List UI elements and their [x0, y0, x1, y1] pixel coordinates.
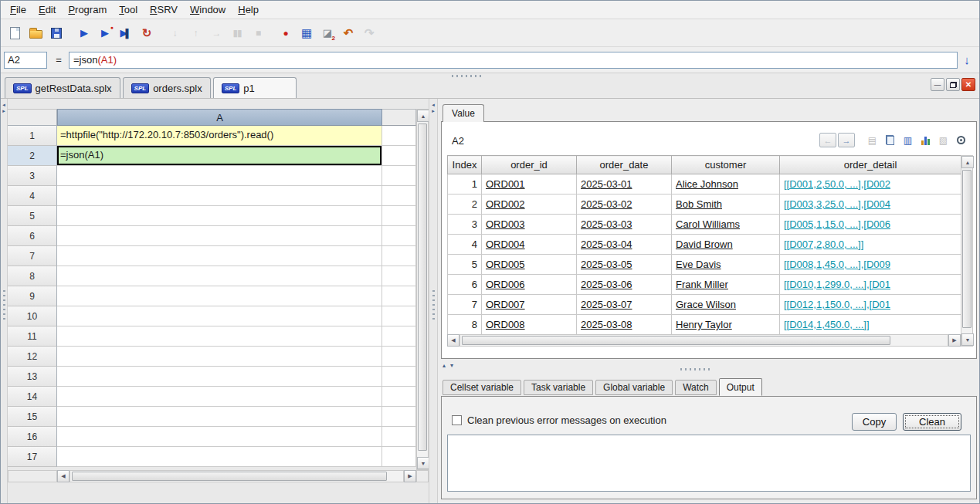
grid-cell-extra[interactable]	[382, 427, 416, 447]
grid-cell-extra[interactable]	[382, 347, 416, 367]
calculate-area-button[interactable]: ▦	[297, 23, 317, 43]
tab-watch[interactable]: Watch	[675, 380, 717, 395]
menu-file[interactable]: File	[4, 2, 32, 18]
panel-splitter[interactable]: ◂ ▸	[429, 99, 438, 504]
new-file-button[interactable]	[5, 23, 25, 43]
row-header[interactable]: 3	[8, 166, 57, 186]
order-date-cell[interactable]: 2025-03-07	[577, 295, 672, 315]
tab-orders-splx[interactable]: SPL orders.splx	[123, 77, 211, 98]
scrollbar-track[interactable]	[417, 122, 428, 457]
scroll-down-button[interactable]: ▼	[417, 457, 429, 469]
collapse-down-icon[interactable]: ▾	[450, 363, 453, 369]
splitter-handle[interactable]	[432, 290, 435, 323]
grid-cell[interactable]	[57, 326, 382, 347]
menu-edit[interactable]: Edit	[32, 2, 62, 18]
order-date-cell[interactable]: 2025-03-06	[577, 275, 672, 295]
scrollbar-track[interactable]	[961, 168, 972, 333]
scroll-down-button[interactable]: ▼	[961, 333, 974, 346]
row-header[interactable]: 6	[8, 226, 57, 246]
grid-cell[interactable]	[57, 367, 382, 387]
scrollbar-track[interactable]	[459, 334, 948, 347]
order-date-cell[interactable]: 2025-03-04	[577, 235, 672, 255]
grid-cell-extra[interactable]	[382, 387, 416, 407]
splitter-handle[interactable]	[452, 75, 481, 77]
grid-cell[interactable]: =json(A1)	[57, 146, 382, 166]
clean-previous-checkbox[interactable]	[452, 415, 462, 425]
scroll-left-button[interactable]: ◀	[57, 470, 70, 482]
step-run-button[interactable]: ▶▌	[116, 23, 136, 43]
tab-global-variable[interactable]: Global variable	[595, 380, 673, 395]
grid-cell-extra[interactable]	[382, 286, 416, 306]
order-id-cell[interactable]: ORD001	[482, 174, 577, 194]
scroll-right-button[interactable]: ▶	[948, 334, 961, 347]
grid-cell[interactable]	[57, 447, 382, 467]
row-header[interactable]: 5	[8, 206, 57, 226]
col-header-order-detail[interactable]: order_detail	[780, 156, 961, 174]
scroll-up-button[interactable]: ▲	[417, 110, 429, 122]
undo-button[interactable]: ↶	[338, 23, 358, 43]
grid-cell-extra[interactable]	[382, 126, 416, 146]
order-date-cell[interactable]: 2025-03-02	[577, 194, 672, 215]
col-header-customer[interactable]: customer	[672, 156, 780, 174]
run-to-cursor-button[interactable]: →	[206, 23, 226, 43]
forward-button[interactable]: →	[838, 133, 855, 147]
customer-cell[interactable]: Alice Johnson	[672, 174, 780, 194]
grid-cell[interactable]	[57, 206, 382, 226]
collapse-left-icon[interactable]: ◂	[1, 102, 7, 108]
bottom-splitter-arrows[interactable]: ▴ ▾	[443, 363, 453, 369]
scroll-right-button[interactable]: ▶	[404, 470, 416, 482]
debug-run-button[interactable]: ▶●	[95, 23, 115, 43]
grid-cell-extra[interactable]	[382, 226, 416, 246]
order-id-cell[interactable]: ORD007	[482, 295, 577, 315]
grid-view-button[interactable]: ▥	[900, 133, 916, 147]
grid-cell-extra[interactable]	[382, 246, 416, 266]
left-pane-splitter[interactable]: ◂ ▸	[1, 99, 8, 504]
grid-cell[interactable]	[57, 186, 382, 206]
row-header[interactable]: 2	[8, 146, 57, 166]
pause-button[interactable]: ▮▮	[227, 23, 247, 43]
customer-cell[interactable]: Grace Wilson	[672, 295, 780, 315]
order-date-cell[interactable]: 2025-03-08	[577, 315, 672, 335]
recalculate-button[interactable]: ↻	[137, 23, 157, 43]
minimize-button[interactable]: —	[931, 78, 944, 91]
row-header[interactable]: 10	[8, 306, 57, 326]
copy-button[interactable]: Copy	[852, 413, 897, 431]
order-date-cell[interactable]: 2025-03-01	[577, 174, 672, 194]
back-button[interactable]: ←	[819, 133, 836, 147]
grid-cell[interactable]	[57, 266, 382, 286]
scrollbar-track[interactable]	[70, 470, 404, 482]
clean-button[interactable]: Clean	[903, 413, 961, 431]
scroll-up-button[interactable]: ▲	[961, 156, 974, 168]
grid-cell[interactable]	[57, 166, 382, 186]
row-header[interactable]: 4	[8, 186, 57, 206]
row-header[interactable]: 13	[8, 367, 57, 387]
tab-p1[interactable]: SPL p1	[213, 77, 297, 98]
row-header[interactable]: 1	[8, 126, 57, 146]
grid-cell-extra[interactable]	[382, 367, 416, 387]
grid-cell-extra[interactable]	[382, 166, 416, 186]
tab-cellset-variable[interactable]: Cellset variable	[443, 380, 521, 395]
grid-cell-extra[interactable]	[382, 146, 416, 166]
grid-cell[interactable]	[57, 427, 382, 447]
stop-button[interactable]: ■	[248, 23, 268, 43]
splitter-handle[interactable]	[680, 368, 710, 370]
row-header[interactable]: 7	[8, 246, 57, 266]
order-id-cell[interactable]: ORD004	[482, 235, 577, 255]
step-into-button[interactable]: ↓	[164, 23, 185, 43]
customer-cell[interactable]: Carol Williams	[672, 215, 780, 235]
customer-cell[interactable]: Eve Davis	[672, 255, 780, 275]
menu-program[interactable]: Program	[62, 2, 113, 18]
grid-cell[interactable]	[57, 387, 382, 407]
grid-cell-extra[interactable]	[382, 447, 416, 467]
close-button[interactable]: ✕	[961, 78, 975, 91]
grid-cell-extra[interactable]	[382, 407, 416, 427]
scrollbar-thumb[interactable]	[962, 170, 972, 328]
column-header-extra[interactable]	[382, 109, 416, 126]
redo-button[interactable]: ↷	[359, 23, 379, 43]
menu-window[interactable]: Window	[184, 2, 232, 18]
collapse-left-icon[interactable]: ◂	[429, 102, 437, 108]
tab-getrestdata-splx[interactable]: SPL getRestData.splx	[5, 77, 120, 98]
order-id-cell[interactable]: ORD006	[482, 275, 577, 295]
grid-cell[interactable]: =httpfile("http://172.20.10.7:8503/order…	[57, 126, 382, 146]
scrollbar-thumb[interactable]	[72, 472, 387, 481]
